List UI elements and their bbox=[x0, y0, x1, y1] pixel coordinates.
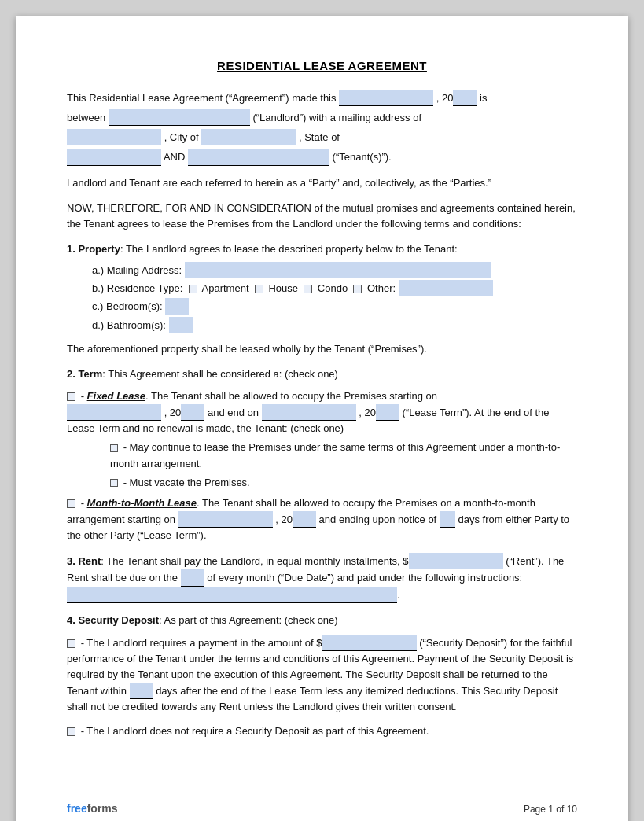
date-blank[interactable] bbox=[339, 90, 433, 106]
section-3-text4: . bbox=[397, 589, 400, 601]
end-year-blank[interactable] bbox=[376, 404, 399, 421]
intro-text-3b: , State of bbox=[299, 131, 340, 143]
start-year-blank[interactable] bbox=[181, 404, 204, 421]
bedrooms-blank[interactable] bbox=[165, 298, 189, 315]
street-blank[interactable] bbox=[67, 129, 161, 145]
section-2-term: 2. Term: This Agreement shall be conside… bbox=[67, 366, 577, 543]
item-c-label: c.) bbox=[92, 300, 103, 312]
item-d-text: Bathroom(s): bbox=[107, 319, 166, 331]
sub1-text: - May continue to lease the Premises und… bbox=[110, 441, 560, 469]
document-title: RESIDENTIAL LEASE AGREEMENT bbox=[67, 59, 577, 72]
intro-line2: between (“Landlord”) with a mailing addr… bbox=[67, 109, 577, 126]
other-blank[interactable] bbox=[399, 280, 493, 296]
return-days-blank[interactable] bbox=[130, 683, 153, 699]
no-security-checkbox[interactable] bbox=[67, 727, 75, 736]
rent-block: 3. Rent: The Tenant shall pay the Landlo… bbox=[67, 553, 577, 586]
city-blank[interactable] bbox=[201, 129, 296, 145]
sub2-text: - Must vacate the Premises. bbox=[123, 477, 250, 488]
section-1-title-row: 1. Property: The Landlord agrees to leas… bbox=[67, 241, 577, 257]
section-4-security: 4. Security Deposit: As part of this Agr… bbox=[67, 613, 577, 739]
rent-amount-blank[interactable] bbox=[409, 553, 503, 569]
property-item-a: a.) Mailing Address: bbox=[92, 262, 577, 278]
other-label: Other: bbox=[367, 282, 396, 294]
section-3-text3: of every month (“Due Date”) and paid und… bbox=[207, 572, 522, 584]
parties-paragraph: Landlord and Tenant are each referred to… bbox=[67, 175, 577, 191]
intro-block: This Residential Lease Agreement (“Agree… bbox=[67, 90, 577, 166]
fixed-lease-line1: - Fixed Lease. The Tenant shall be allow… bbox=[67, 388, 577, 404]
start-date-blank[interactable] bbox=[67, 404, 161, 421]
other-checkbox[interactable] bbox=[353, 285, 362, 293]
section-3-label: 3. Rent bbox=[67, 555, 101, 567]
intro-line3: , City of , State of bbox=[67, 129, 577, 145]
month-start-blank[interactable] bbox=[178, 511, 273, 528]
item-c-text: Bedroom(s): bbox=[106, 300, 163, 312]
apartment-checkbox[interactable] bbox=[189, 285, 197, 293]
notice-days-blank[interactable] bbox=[440, 511, 455, 528]
logo-forms: forms bbox=[87, 802, 118, 815]
landlord-name-blank[interactable] bbox=[109, 109, 250, 126]
section-2-label: 2. Term bbox=[67, 368, 102, 380]
section-1-property: 1. Property: The Landlord agrees to leas… bbox=[67, 241, 577, 357]
security-option1-text1: - The Landlord requires a payment in the… bbox=[81, 637, 322, 649]
section-2-text: : This Agreement shall be considered a: … bbox=[102, 368, 338, 380]
month-year-blank[interactable] bbox=[293, 511, 316, 528]
due-date-blank[interactable] bbox=[181, 569, 204, 586]
apartment-label: Apartment bbox=[202, 282, 249, 294]
month-text3: and ending upon notice of bbox=[319, 514, 437, 525]
intro-text-3a: , City of bbox=[164, 131, 199, 143]
month-lease-checkbox[interactable] bbox=[67, 499, 75, 508]
property-item-b: b.) Residence Type: Apartment House Cond… bbox=[92, 280, 577, 296]
property-closing: The aforementioned property shall be lea… bbox=[67, 341, 577, 357]
item-a-label: a.) bbox=[92, 264, 104, 276]
fixed-sub1: - May continue to lease the Premises und… bbox=[110, 440, 577, 471]
security-amount-blank[interactable] bbox=[322, 635, 417, 651]
intro-text-2b: (“Landlord”) with a mailing address of bbox=[252, 112, 421, 123]
intro-text-4a: AND bbox=[164, 151, 185, 163]
freeforms-logo: freeforms bbox=[67, 802, 118, 815]
fixed-text1: . The Tenant shall be allowed to occupy … bbox=[145, 390, 437, 402]
intro-text-1c: is bbox=[480, 92, 487, 104]
tenant-name-blank[interactable] bbox=[188, 149, 329, 165]
vacate-checkbox[interactable] bbox=[110, 479, 118, 487]
section-1-text: : The Landlord agrees to lease the descr… bbox=[120, 243, 458, 255]
house-label: House bbox=[268, 282, 298, 294]
fixed-lease-block: - Fixed Lease. The Tenant shall be allow… bbox=[67, 388, 577, 491]
intro-text-1b: , 20 bbox=[436, 92, 454, 104]
intro-line1: This Residential Lease Agreement (“Agree… bbox=[67, 90, 577, 106]
section-4-label: 4. Security Deposit bbox=[67, 614, 159, 626]
house-checkbox[interactable] bbox=[255, 285, 263, 293]
condo-checkbox[interactable] bbox=[304, 285, 312, 293]
page-number: Page 1 of 10 bbox=[524, 804, 577, 815]
logo-free: free bbox=[67, 802, 87, 815]
payment-instructions-blank[interactable] bbox=[67, 587, 397, 603]
continue-lease-checkbox[interactable] bbox=[110, 444, 118, 452]
security-required-checkbox[interactable] bbox=[67, 639, 75, 648]
fixed-lease-checkbox[interactable] bbox=[67, 392, 75, 401]
section-4-text: : As part of this Agreement: (check one) bbox=[159, 614, 338, 626]
year-blank[interactable] bbox=[453, 90, 477, 106]
state-blank[interactable] bbox=[67, 149, 161, 165]
condo-label: Condo bbox=[318, 282, 348, 294]
security-option1: - The Landlord requires a payment in the… bbox=[67, 635, 577, 716]
intro-text-4b: (“Tenant(s)”). bbox=[333, 151, 392, 163]
section-1-label: 1. Property bbox=[67, 243, 120, 255]
month-dash: - bbox=[81, 497, 87, 509]
month-lease-block: - Month-to-Month Lease. The Tenant shall… bbox=[67, 495, 577, 543]
intro-text-2a: between bbox=[67, 112, 105, 123]
fixed-lease-line2: , 20 and end on , 20 (“Lease Term”). At … bbox=[67, 404, 577, 436]
item-b-label: b.) bbox=[92, 282, 104, 294]
security-option2: - The Landlord does not require a Securi… bbox=[67, 723, 577, 739]
security-option2-text: - The Landlord does not require a Securi… bbox=[81, 725, 429, 737]
section-3-rent: 3. Rent: The Tenant shall pay the Landlo… bbox=[67, 553, 577, 602]
bathrooms-blank[interactable] bbox=[169, 317, 193, 333]
page-footer: freeforms Page 1 of 10 bbox=[67, 802, 577, 815]
item-d-label: d.) bbox=[92, 319, 104, 331]
intro-line4: AND (“Tenant(s)”). bbox=[67, 149, 577, 165]
mailing-address-blank[interactable] bbox=[185, 262, 491, 278]
item-b-text: Residence Type: bbox=[107, 282, 183, 294]
fixed-lease-label: Fixed Lease bbox=[87, 390, 145, 402]
section-3-text1: : The Tenant shall pay the Landlord, in … bbox=[101, 555, 408, 567]
section-4-title-row: 4. Security Deposit: As part of this Agr… bbox=[67, 613, 577, 628]
end-date-blank[interactable] bbox=[262, 404, 356, 421]
property-item-c: c.) Bedroom(s): bbox=[92, 298, 577, 315]
